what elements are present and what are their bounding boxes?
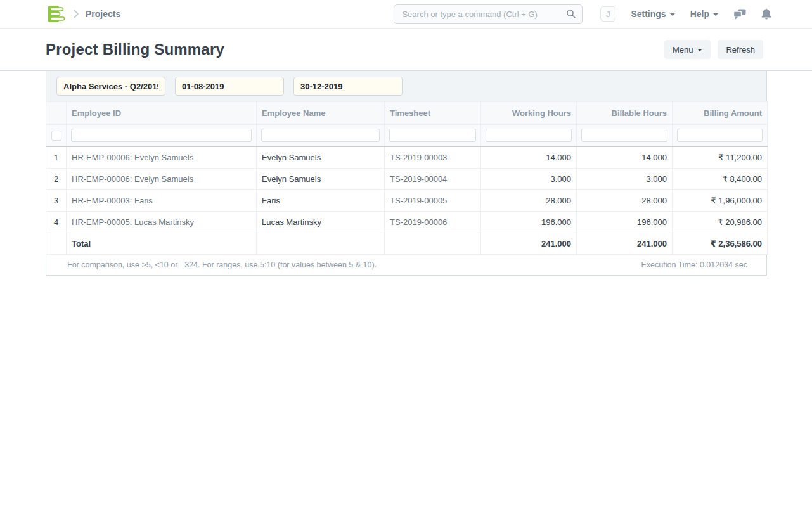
notifications-bell-icon[interactable] — [761, 8, 771, 20]
from-date-filter-input[interactable] — [175, 77, 284, 96]
filter-hint-text: For comparison, use >5, <10 or =324. For… — [67, 260, 377, 269]
report-datatable: Employee ID Employee Name Timesheet Work… — [46, 101, 767, 276]
total-label: Total — [67, 233, 257, 255]
column-header-billing-amount[interactable]: Billing Amount — [673, 102, 768, 125]
cell-employee-name: Evelyn Samuels — [257, 169, 385, 190]
chevron-down-icon — [713, 13, 718, 16]
column-header-employee-id[interactable]: Employee ID — [67, 102, 257, 125]
row-index: 3 — [46, 190, 67, 212]
cell-employee-name: Lucas Martinsky — [257, 212, 385, 233]
chat-icon[interactable] — [733, 9, 746, 20]
table-row[interactable]: 2 HR-EMP-00006: Evelyn Samuels Evelyn Sa… — [46, 169, 768, 190]
to-date-filter-input[interactable] — [293, 77, 403, 96]
page-actions: Menu Refresh — [664, 40, 763, 59]
cell-billable-hours: 14.000 — [577, 146, 673, 169]
help-menu[interactable]: Help — [690, 9, 718, 19]
cell-employee-name: Faris — [257, 190, 385, 212]
report-footer: For comparison, use >5, <10 or =324. For… — [46, 255, 767, 276]
timesheet-column-filter[interactable] — [389, 129, 476, 142]
table-header-row: Employee ID Employee Name Timesheet Work… — [46, 102, 768, 125]
chevron-right-icon — [74, 10, 79, 18]
cell-working-hours: 196.000 — [481, 212, 577, 233]
navbar: Projects J Settings Help — [0, 0, 812, 29]
help-label: Help — [690, 9, 709, 19]
refresh-button[interactable]: Refresh — [718, 40, 763, 59]
cell-timesheet: TS-2019-00006 — [385, 212, 481, 233]
settings-label: Settings — [631, 9, 666, 19]
billing-amount-column-filter[interactable] — [677, 129, 763, 142]
page-title: Project Billing Summary — [46, 41, 224, 58]
billable-hours-column-filter[interactable] — [581, 129, 667, 142]
cell-timesheet: TS-2019-00004 — [385, 169, 481, 190]
cell-billable-hours: 196.000 — [577, 212, 673, 233]
column-filter-row — [46, 125, 768, 147]
column-header-employee-name[interactable]: Employee Name — [257, 102, 385, 125]
row-index: 1 — [46, 146, 67, 169]
cell-working-hours: 14.000 — [481, 146, 577, 169]
cell-timesheet — [385, 233, 481, 255]
navbar-right: J Settings Help — [600, 6, 771, 22]
page-head: Project Billing Summary Menu Refresh — [0, 29, 812, 71]
cell-employee-id: HR-EMP-00005: Lucas Martinsky — [67, 212, 257, 233]
cell-billable-hours: 3.000 — [577, 169, 673, 190]
row-index: 2 — [46, 169, 67, 190]
column-header-timesheet[interactable]: Timesheet — [385, 102, 481, 125]
cell-billing-amount: ₹ 11,200.00 — [673, 146, 768, 169]
cell-billable-hours: 28.000 — [577, 190, 673, 212]
cell-billing-amount: ₹ 20,986.00 — [673, 212, 768, 233]
execution-time: Execution Time: 0.012034 sec — [641, 260, 747, 269]
settings-menu[interactable]: Settings — [631, 9, 674, 19]
cell-employee-name — [257, 233, 385, 255]
table-row[interactable]: 1 HR-EMP-00006: Evelyn Samuels Evelyn Sa… — [46, 146, 768, 169]
column-header-billable-hours[interactable]: Billable Hours — [577, 102, 673, 125]
project-filter-input[interactable] — [56, 77, 165, 96]
search-input[interactable] — [394, 4, 583, 24]
employee-id-column-filter[interactable] — [71, 129, 252, 142]
cell-timesheet: TS-2019-00005 — [385, 190, 481, 212]
search-icon — [566, 9, 576, 22]
chevron-down-icon — [670, 13, 675, 16]
employee-name-column-filter[interactable] — [261, 129, 380, 142]
report-filters-bar — [46, 71, 767, 101]
select-all-checkbox[interactable] — [51, 131, 61, 141]
cell-timesheet: TS-2019-00003 — [385, 146, 481, 169]
cell-billing-amount: ₹ 8,400.00 — [673, 169, 768, 190]
cell-employee-id: HR-EMP-00003: Faris — [67, 190, 257, 212]
cell-billing-amount: ₹ 1,96,000.00 — [673, 190, 768, 212]
table-row[interactable]: 3 HR-EMP-00003: Faris Faris TS-2019-0000… — [46, 190, 768, 212]
breadcrumb-projects[interactable]: Projects — [86, 9, 120, 19]
chevron-down-icon — [697, 49, 702, 51]
table-row[interactable]: 4 HR-EMP-00005: Lucas Martinsky Lucas Ma… — [46, 212, 768, 233]
cell-employee-id: HR-EMP-00006: Evelyn Samuels — [67, 146, 257, 169]
total-row: Total 241.000 241.000 ₹ 2,36,586.00 — [46, 233, 768, 255]
row-index — [46, 233, 67, 255]
user-avatar[interactable]: J — [600, 6, 615, 22]
column-header-working-hours[interactable]: Working Hours — [481, 102, 577, 125]
cell-employee-id: HR-EMP-00006: Evelyn Samuels — [67, 169, 257, 190]
row-index: 4 — [46, 212, 67, 233]
total-billing-amount: ₹ 2,36,586.00 — [673, 233, 768, 255]
total-billable-hours: 241.000 — [577, 233, 673, 255]
total-working-hours: 241.000 — [481, 233, 577, 255]
menu-button-label: Menu — [673, 45, 693, 55]
menu-button[interactable]: Menu — [664, 40, 711, 59]
cell-working-hours: 28.000 — [481, 190, 577, 212]
cell-working-hours: 3.000 — [481, 169, 577, 190]
app-logo-icon[interactable] — [48, 5, 66, 23]
index-column-header — [46, 102, 67, 125]
global-search — [394, 4, 583, 24]
working-hours-column-filter[interactable] — [486, 129, 572, 142]
cell-employee-name: Evelyn Samuels — [257, 146, 385, 169]
